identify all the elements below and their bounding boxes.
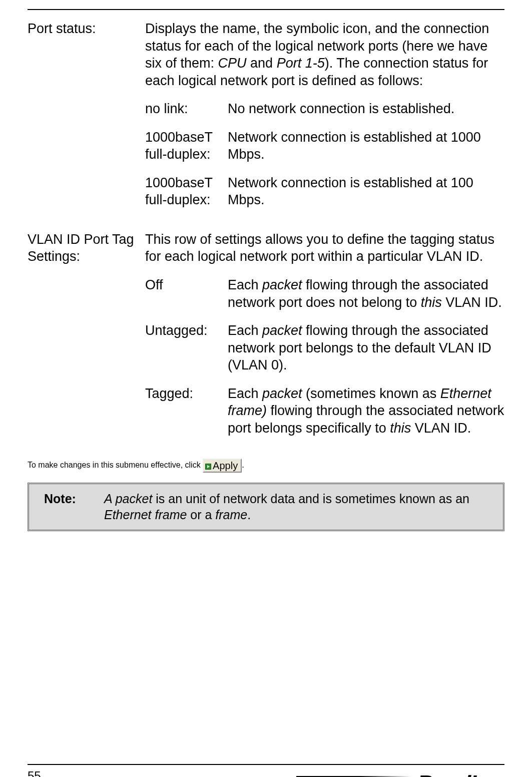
page-number: 55 [28, 769, 41, 777]
sub-label: Tagged: [145, 385, 228, 437]
text-segment: CPU [218, 56, 247, 71]
text-segment: Ethernet frame [104, 508, 187, 522]
text-segment: VLAN ID. [411, 421, 471, 436]
sub-list: no link:No network connection is establi… [145, 100, 504, 209]
text-segment: frame [215, 508, 247, 522]
sub-list: OffEach packet flowing through the assoc… [145, 276, 504, 437]
sub-desc: No network connection is established. [228, 100, 504, 118]
sub-desc: Network connection is established at 100… [228, 129, 504, 163]
definition-label: Port status: [28, 20, 145, 220]
sub-row: Untagged:Each packet flowing through the… [145, 322, 504, 374]
footer: 55 BandLuxe TM [0, 764, 532, 768]
sub-label: Off [145, 276, 228, 311]
definition-desc: Displays the name, the symbolic icon, an… [145, 20, 504, 220]
text-segment: packet [262, 386, 302, 401]
definition-desc: This row of settings allows you to defin… [145, 231, 504, 448]
sub-label: no link: [145, 100, 228, 118]
text-segment: No network connection is established. [228, 101, 454, 116]
text-segment: (sometimes known as [302, 386, 440, 401]
text-segment: packet [262, 277, 302, 292]
apply-prefix: To make changes in this submenu effectiv… [28, 461, 203, 470]
text-segment: this [390, 421, 411, 436]
sub-row: OffEach packet flowing through the assoc… [145, 276, 504, 311]
content-body: Port status:Displays the name, the symbo… [28, 20, 504, 448]
definition-row: Port status:Displays the name, the symbo… [28, 20, 504, 220]
text-segment: . [247, 508, 251, 522]
sub-row: 1000baseT full-duplex:Network connection… [145, 174, 504, 209]
intro-text: This row of settings allows you to defin… [145, 231, 504, 265]
note-label: Note: [44, 491, 104, 523]
sub-label: Untagged: [145, 322, 228, 374]
brand-logo-text: BandLuxe [417, 771, 520, 777]
sub-desc: Network connection is established at 100… [228, 174, 504, 209]
note-text: A packet is an unit of network data and … [104, 491, 494, 523]
text-segment: is an unit of network data and is someti… [152, 492, 469, 506]
text-segment: or a [187, 508, 215, 522]
text-segment: and [247, 56, 277, 71]
intro-text: Displays the name, the symbolic icon, an… [145, 20, 504, 89]
brand-block: BandLuxe TM [296, 771, 532, 777]
sub-label: 1000baseT full-duplex: [145, 129, 228, 163]
definition-label: VLAN ID Port Tag Settings: [28, 231, 145, 448]
text-segment: Network connection is established at 100… [228, 130, 481, 162]
text-segment: Network connection is established at 100… [228, 175, 473, 208]
text-segment: Each [228, 277, 262, 292]
apply-suffix: . [242, 461, 244, 470]
text-segment: Each [228, 386, 262, 401]
text-segment: Port 1-5 [277, 56, 325, 71]
footer-rule [28, 764, 504, 765]
text-segment: packet [262, 323, 302, 338]
text-segment: A packet [104, 492, 152, 506]
text-segment: This row of settings allows you to defin… [145, 232, 494, 264]
sub-label: 1000baseT full-duplex: [145, 174, 228, 209]
sub-row: no link:No network connection is establi… [145, 100, 504, 118]
play-icon [205, 464, 211, 470]
text-segment: Each [228, 323, 262, 338]
apply-instruction: To make changes in this submenu effectiv… [28, 459, 504, 473]
sub-row: 1000baseT full-duplex:Network connection… [145, 129, 504, 163]
top-rule [28, 9, 504, 10]
text-segment: this [421, 295, 442, 310]
sub-row: Tagged:Each packet (sometimes known as E… [145, 385, 504, 437]
text-segment: VLAN ID. [442, 295, 502, 310]
definition-row: VLAN ID Port Tag Settings:This row of se… [28, 231, 504, 448]
sub-desc: Each packet flowing through the associat… [228, 322, 504, 374]
apply-button-label: Apply [213, 460, 238, 471]
note-box: Note: A packet is an unit of network dat… [28, 483, 504, 531]
sub-desc: Each packet (sometimes known as Ethernet… [228, 385, 504, 437]
sub-desc: Each packet flowing through the associat… [228, 276, 504, 311]
apply-button[interactable]: Apply [203, 459, 242, 473]
